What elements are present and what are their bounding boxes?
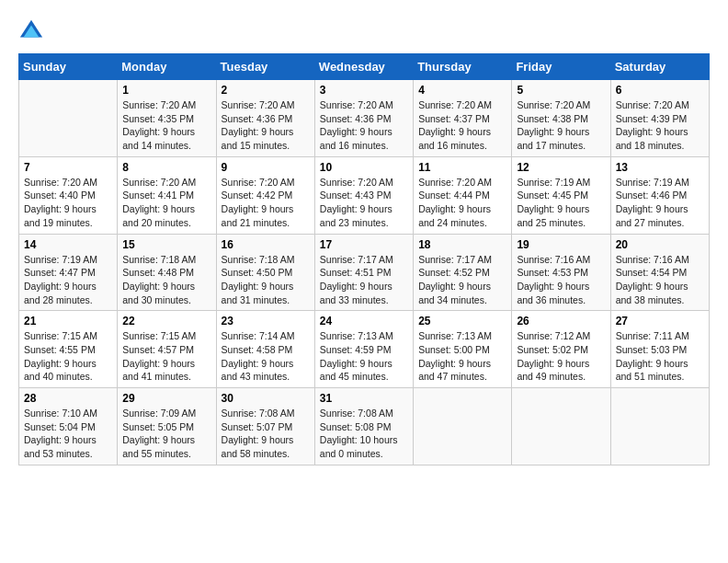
day-info: Sunrise: 7:20 AM Sunset: 4:36 PM Dayligh… — [320, 98, 408, 153]
day-number: 19 — [517, 238, 605, 251]
calendar-cell: 3Sunrise: 7:20 AM Sunset: 4:36 PM Daylig… — [314, 80, 413, 157]
day-number: 25 — [418, 315, 506, 327]
day-info: Sunrise: 7:19 AM Sunset: 4:47 PM Dayligh… — [24, 253, 112, 307]
calendar-cell: 26Sunrise: 7:12 AM Sunset: 5:02 PM Dayli… — [512, 311, 610, 388]
day-number: 12 — [517, 161, 605, 174]
day-number: 16 — [222, 238, 310, 251]
day-info: Sunrise: 7:17 AM Sunset: 4:52 PM Dayligh… — [418, 253, 506, 307]
day-info: Sunrise: 7:12 AM Sunset: 5:02 PM Dayligh… — [517, 329, 605, 384]
column-header-thursday: Thursday — [414, 54, 512, 80]
day-number: 15 — [122, 238, 210, 251]
calendar-week-4: 21Sunrise: 7:15 AM Sunset: 4:55 PM Dayli… — [19, 311, 710, 388]
day-number: 28 — [24, 392, 112, 405]
day-info: Sunrise: 7:19 AM Sunset: 4:45 PM Dayligh… — [517, 176, 605, 230]
calendar-cell: 14Sunrise: 7:19 AM Sunset: 4:47 PM Dayli… — [19, 234, 118, 311]
calendar-cell: 22Sunrise: 7:15 AM Sunset: 4:57 PM Dayli… — [118, 311, 216, 388]
calendar-cell: 15Sunrise: 7:18 AM Sunset: 4:48 PM Dayli… — [118, 234, 216, 311]
day-info: Sunrise: 7:16 AM Sunset: 4:54 PM Dayligh… — [616, 253, 704, 307]
day-info: Sunrise: 7:20 AM Sunset: 4:38 PM Dayligh… — [517, 98, 605, 153]
day-info: Sunrise: 7:15 AM Sunset: 4:55 PM Dayligh… — [24, 329, 112, 384]
day-info: Sunrise: 7:20 AM Sunset: 4:42 PM Dayligh… — [222, 176, 310, 230]
column-header-tuesday: Tuesday — [216, 54, 314, 80]
calendar-cell: 30Sunrise: 7:08 AM Sunset: 5:07 PM Dayli… — [216, 388, 314, 465]
day-info: Sunrise: 7:18 AM Sunset: 4:50 PM Dayligh… — [222, 253, 310, 307]
calendar-week-2: 7Sunrise: 7:20 AM Sunset: 4:40 PM Daylig… — [19, 156, 710, 234]
calendar-cell: 6Sunrise: 7:20 AM Sunset: 4:39 PM Daylig… — [610, 80, 709, 157]
calendar-cell: 1Sunrise: 7:20 AM Sunset: 4:35 PM Daylig… — [118, 80, 216, 157]
calendar-cell: 24Sunrise: 7:13 AM Sunset: 4:59 PM Dayli… — [314, 311, 413, 388]
day-info: Sunrise: 7:13 AM Sunset: 5:00 PM Dayligh… — [418, 329, 506, 384]
calendar-cell: 19Sunrise: 7:16 AM Sunset: 4:53 PM Dayli… — [512, 234, 610, 311]
calendar-cell: 11Sunrise: 7:20 AM Sunset: 4:44 PM Dayli… — [414, 156, 512, 234]
day-number: 4 — [418, 84, 506, 97]
day-number: 7 — [24, 161, 112, 174]
day-info: Sunrise: 7:14 AM Sunset: 4:58 PM Dayligh… — [222, 329, 310, 384]
calendar-cell — [610, 388, 709, 465]
day-info: Sunrise: 7:20 AM Sunset: 4:41 PM Dayligh… — [122, 176, 210, 230]
calendar-cell: 31Sunrise: 7:08 AM Sunset: 5:08 PM Dayli… — [314, 388, 413, 465]
day-number: 11 — [418, 161, 506, 174]
calendar-cell: 5Sunrise: 7:20 AM Sunset: 4:38 PM Daylig… — [512, 80, 610, 157]
day-number: 29 — [122, 392, 210, 405]
column-header-wednesday: Wednesday — [314, 54, 413, 80]
day-info: Sunrise: 7:20 AM Sunset: 4:43 PM Dayligh… — [320, 176, 408, 230]
calendar-cell: 16Sunrise: 7:18 AM Sunset: 4:50 PM Dayli… — [216, 234, 314, 311]
day-info: Sunrise: 7:20 AM Sunset: 4:40 PM Dayligh… — [24, 176, 112, 230]
day-number: 31 — [320, 392, 408, 405]
day-number: 27 — [616, 315, 704, 327]
day-number: 3 — [320, 84, 408, 97]
column-header-sunday: Sunday — [19, 54, 118, 80]
calendar-cell: 4Sunrise: 7:20 AM Sunset: 4:37 PM Daylig… — [414, 80, 512, 157]
day-info: Sunrise: 7:08 AM Sunset: 5:08 PM Dayligh… — [320, 407, 408, 461]
day-number: 8 — [122, 161, 210, 174]
calendar-cell: 7Sunrise: 7:20 AM Sunset: 4:40 PM Daylig… — [19, 156, 118, 234]
day-info: Sunrise: 7:13 AM Sunset: 4:59 PM Dayligh… — [320, 329, 408, 384]
column-header-friday: Friday — [512, 54, 610, 80]
calendar-cell: 2Sunrise: 7:20 AM Sunset: 4:36 PM Daylig… — [216, 80, 314, 157]
calendar-cell: 18Sunrise: 7:17 AM Sunset: 4:52 PM Dayli… — [414, 234, 512, 311]
calendar-cell: 28Sunrise: 7:10 AM Sunset: 5:04 PM Dayli… — [19, 388, 118, 465]
day-number: 6 — [616, 84, 704, 97]
day-number: 24 — [320, 315, 408, 327]
page-header — [18, 18, 710, 44]
day-number: 13 — [616, 161, 704, 174]
day-number: 9 — [222, 161, 310, 174]
day-number: 10 — [320, 161, 408, 174]
day-number: 2 — [222, 84, 310, 97]
day-info: Sunrise: 7:08 AM Sunset: 5:07 PM Dayligh… — [222, 407, 310, 461]
day-info: Sunrise: 7:20 AM Sunset: 4:35 PM Dayligh… — [122, 98, 210, 153]
day-info: Sunrise: 7:20 AM Sunset: 4:36 PM Dayligh… — [222, 98, 310, 153]
day-number: 18 — [418, 238, 506, 251]
calendar-cell — [414, 388, 512, 465]
calendar-cell — [512, 388, 610, 465]
calendar-cell: 21Sunrise: 7:15 AM Sunset: 4:55 PM Dayli… — [19, 311, 118, 388]
calendar-week-5: 28Sunrise: 7:10 AM Sunset: 5:04 PM Dayli… — [19, 388, 710, 465]
day-number: 23 — [222, 315, 310, 327]
calendar-cell — [19, 80, 118, 157]
column-header-monday: Monday — [118, 54, 216, 80]
day-info: Sunrise: 7:20 AM Sunset: 4:39 PM Dayligh… — [616, 98, 704, 153]
calendar-cell: 29Sunrise: 7:09 AM Sunset: 5:05 PM Dayli… — [118, 388, 216, 465]
calendar-cell: 13Sunrise: 7:19 AM Sunset: 4:46 PM Dayli… — [610, 156, 709, 234]
day-info: Sunrise: 7:09 AM Sunset: 5:05 PM Dayligh… — [122, 407, 210, 461]
day-info: Sunrise: 7:17 AM Sunset: 4:51 PM Dayligh… — [320, 253, 408, 307]
calendar-cell: 23Sunrise: 7:14 AM Sunset: 4:58 PM Dayli… — [216, 311, 314, 388]
day-info: Sunrise: 7:11 AM Sunset: 5:03 PM Dayligh… — [616, 329, 704, 384]
day-number: 30 — [222, 392, 310, 405]
calendar-cell: 27Sunrise: 7:11 AM Sunset: 5:03 PM Dayli… — [610, 311, 709, 388]
day-info: Sunrise: 7:18 AM Sunset: 4:48 PM Dayligh… — [122, 253, 210, 307]
day-info: Sunrise: 7:20 AM Sunset: 4:37 PM Dayligh… — [418, 98, 506, 153]
day-info: Sunrise: 7:10 AM Sunset: 5:04 PM Dayligh… — [24, 407, 112, 461]
column-header-saturday: Saturday — [610, 54, 709, 80]
calendar-cell: 12Sunrise: 7:19 AM Sunset: 4:45 PM Dayli… — [512, 156, 610, 234]
day-info: Sunrise: 7:15 AM Sunset: 4:57 PM Dayligh… — [122, 329, 210, 384]
calendar-table: SundayMondayTuesdayWednesdayThursdayFrid… — [18, 53, 710, 465]
calendar-week-3: 14Sunrise: 7:19 AM Sunset: 4:47 PM Dayli… — [19, 234, 710, 311]
day-number: 21 — [24, 315, 112, 327]
day-info: Sunrise: 7:19 AM Sunset: 4:46 PM Dayligh… — [616, 176, 704, 230]
day-number: 1 — [122, 84, 210, 97]
day-number: 5 — [517, 84, 605, 97]
calendar-cell: 10Sunrise: 7:20 AM Sunset: 4:43 PM Dayli… — [314, 156, 413, 234]
column-headers: SundayMondayTuesdayWednesdayThursdayFrid… — [19, 54, 710, 80]
logo — [18, 18, 48, 44]
